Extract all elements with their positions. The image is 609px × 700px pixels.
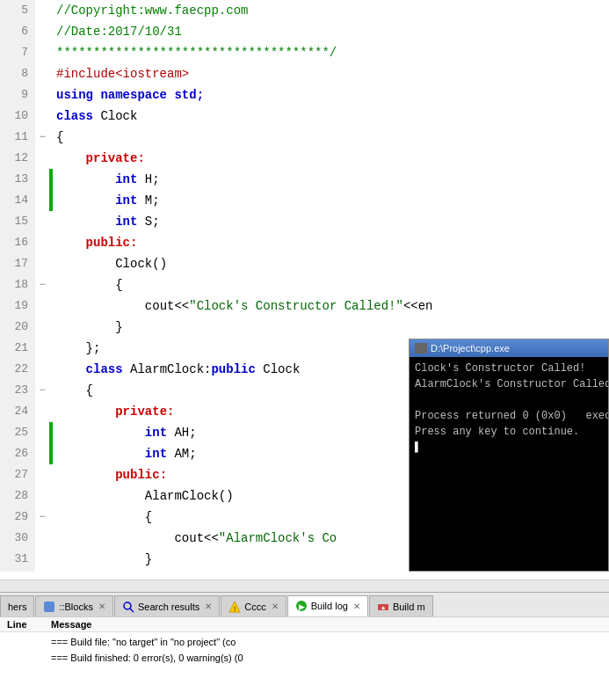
terminal-line <box>415 392 603 408</box>
code-line: 14 int M; <box>0 190 609 211</box>
code-line: 10 class Clock <box>0 106 609 127</box>
warn-icon: ! <box>228 601 241 613</box>
col-line-header: Line <box>7 619 51 630</box>
tab-buildm[interactable]: ★ Build m <box>369 595 433 616</box>
tab-search[interactable]: Search results ✕ <box>114 595 220 616</box>
tab-blocks-close[interactable]: ✕ <box>98 602 105 611</box>
tab-hers[interactable]: hers <box>0 595 34 616</box>
svg-text:!: ! <box>234 605 236 613</box>
horizontal-scrollbar[interactable] <box>0 580 609 592</box>
code-line: 20 } <box>0 317 609 338</box>
terminal-icon <box>415 343 427 354</box>
tab-blocks-label: ::Blocks <box>59 602 93 612</box>
code-line: 15 int S; <box>0 211 609 232</box>
tab-cccc[interactable]: ! Cccc ✕ <box>221 595 286 616</box>
tab-search-close[interactable]: ✕ <box>205 602 212 611</box>
code-line: 16 public: <box>0 232 609 253</box>
code-line: 9 using namespace std; <box>0 84 609 106</box>
tab-cccc-label: Cccc <box>244 602 265 612</box>
tab-bar: hers ::Blocks ✕ Search results ✕ ! Cccc … <box>0 592 609 616</box>
code-line: 19 cout<<"Clock's Constructor Called!"<<… <box>0 295 609 317</box>
build-row: === Build finished: 0 error(s), 0 warnin… <box>7 650 602 666</box>
code-line: 17 Clock() <box>0 253 609 274</box>
build-row: === Build file: "no target" in "no proje… <box>7 634 602 650</box>
tab-buildm-label: Build m <box>393 602 425 612</box>
buildlog-icon: ▶ <box>295 600 308 612</box>
terminal-titlebar: D:\Project\cpp.exe <box>410 339 608 357</box>
build-panel-header: Line Message <box>0 617 609 632</box>
code-line: 13 int H; <box>0 169 609 190</box>
build-panel-body: === Build file: "no target" in "no proje… <box>0 632 609 667</box>
tab-search-label: Search results <box>138 602 199 612</box>
search-icon <box>122 601 134 613</box>
code-line: 7 *************************************/ <box>0 42 609 63</box>
terminal-line: AlarmClock's Constructor Called! <box>415 376 603 392</box>
buildm-icon: ★ <box>377 601 389 613</box>
col-msg-header: Message <box>51 619 602 630</box>
code-line: 11 − { <box>0 127 609 148</box>
terminal-line: Process returned 0 (0x0) execut <box>415 408 603 424</box>
code-line: 18 − { <box>0 274 609 295</box>
tab-buildlog-label: Build log <box>311 601 348 611</box>
code-line: 8 #include<iostream> <box>0 63 609 84</box>
svg-point-1 <box>124 602 131 609</box>
svg-rect-0 <box>44 602 54 612</box>
tab-buildlog[interactable]: ▶ Build log ✕ <box>287 595 368 616</box>
terminal-line: Press any key to continue. <box>415 424 603 440</box>
tab-hers-label: hers <box>8 602 26 612</box>
code-line: 12 private: <box>0 148 609 169</box>
svg-line-2 <box>130 609 134 612</box>
terminal-title: D:\Project\cpp.exe <box>431 343 510 354</box>
build-panel: Line Message === Build file: "no target"… <box>0 616 609 700</box>
terminal-body: Clock's Constructor Called! AlarmClock's… <box>410 357 608 571</box>
tab-blocks[interactable]: ::Blocks ✕ <box>35 595 113 616</box>
terminal-cursor: ▌ <box>415 440 603 456</box>
tab-cccc-close[interactable]: ✕ <box>272 602 279 611</box>
code-line: 6 //Date:2017/10/31 <box>0 21 609 42</box>
blocks-icon <box>43 601 55 613</box>
svg-text:▶: ▶ <box>298 602 304 611</box>
terminal-window[interactable]: D:\Project\cpp.exe Clock's Constructor C… <box>409 339 609 572</box>
code-line: 5 //Copyright:www.faecpp.com <box>0 0 609 21</box>
svg-text:★: ★ <box>381 605 386 611</box>
terminal-line: Clock's Constructor Called! <box>415 361 603 376</box>
tab-buildlog-close[interactable]: ✕ <box>353 602 360 611</box>
